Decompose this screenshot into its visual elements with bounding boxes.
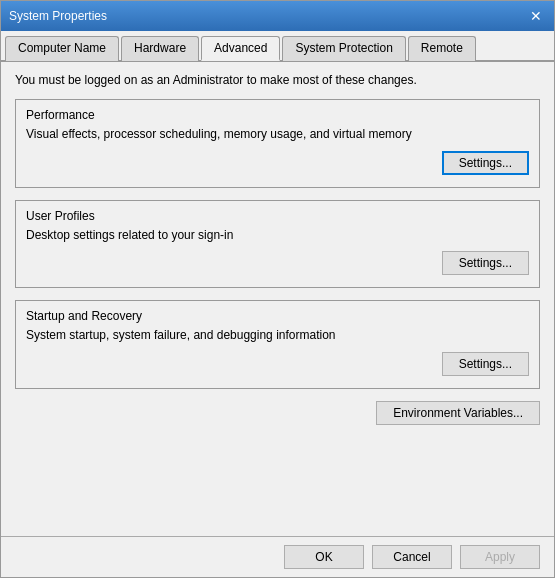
user-profiles-settings-button[interactable]: Settings... <box>442 251 529 275</box>
system-properties-window: System Properties ✕ Computer Name Hardwa… <box>0 0 555 578</box>
window-title: System Properties <box>9 9 107 23</box>
ok-button[interactable]: OK <box>284 545 364 569</box>
close-button[interactable]: ✕ <box>526 9 546 23</box>
env-variables-row: Environment Variables... <box>15 401 540 425</box>
tab-bar: Computer Name Hardware Advanced System P… <box>1 31 554 62</box>
performance-btn-row: Settings... <box>26 151 529 175</box>
cancel-button[interactable]: Cancel <box>372 545 452 569</box>
tab-hardware[interactable]: Hardware <box>121 36 199 61</box>
apply-button[interactable]: Apply <box>460 545 540 569</box>
performance-desc: Visual effects, processor scheduling, me… <box>26 126 529 143</box>
tab-remote[interactable]: Remote <box>408 36 476 61</box>
startup-recovery-desc: System startup, system failure, and debu… <box>26 327 529 344</box>
bottom-bar: OK Cancel Apply <box>1 536 554 577</box>
startup-recovery-btn-row: Settings... <box>26 352 529 376</box>
performance-section: Performance Visual effects, processor sc… <box>15 99 540 188</box>
user-profiles-btn-row: Settings... <box>26 251 529 275</box>
tab-advanced[interactable]: Advanced <box>201 36 280 61</box>
tab-computer-name[interactable]: Computer Name <box>5 36 119 61</box>
performance-label: Performance <box>26 108 529 122</box>
info-text: You must be logged on as an Administrato… <box>15 72 540 89</box>
environment-variables-button[interactable]: Environment Variables... <box>376 401 540 425</box>
performance-settings-button[interactable]: Settings... <box>442 151 529 175</box>
tab-system-protection[interactable]: System Protection <box>282 36 405 61</box>
user-profiles-label: User Profiles <box>26 209 529 223</box>
tab-content: You must be logged on as an Administrato… <box>1 62 554 536</box>
startup-recovery-section: Startup and Recovery System startup, sys… <box>15 300 540 389</box>
title-bar: System Properties ✕ <box>1 1 554 31</box>
startup-recovery-label: Startup and Recovery <box>26 309 529 323</box>
startup-recovery-settings-button[interactable]: Settings... <box>442 352 529 376</box>
user-profiles-desc: Desktop settings related to your sign-in <box>26 227 529 244</box>
user-profiles-section: User Profiles Desktop settings related t… <box>15 200 540 289</box>
